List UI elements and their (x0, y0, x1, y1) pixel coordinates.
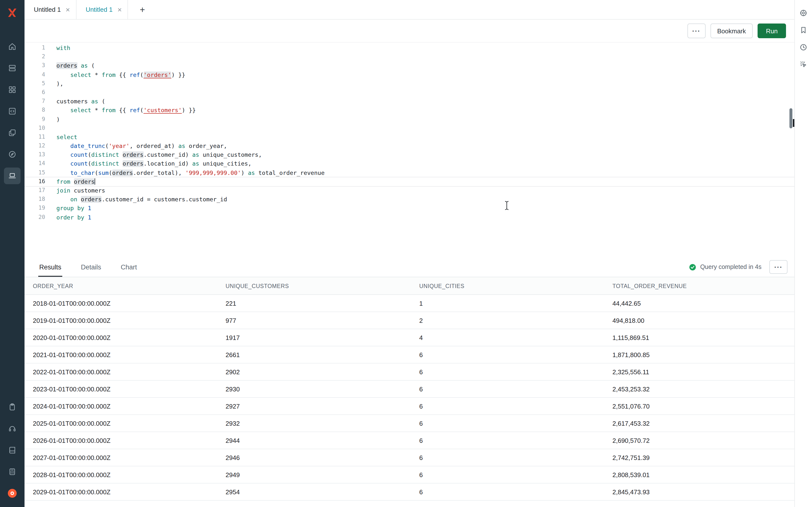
code-token: 'customers' (143, 107, 182, 114)
code-token: count (70, 160, 88, 167)
table-row[interactable]: 2026-01-01T00:00:00.000Z294462,690,570.7… (24, 432, 794, 449)
results-tab-results[interactable]: Results (38, 257, 62, 277)
code-token: order by (56, 214, 84, 221)
table-row[interactable]: 2028-01-01T00:00:00.000Z294962,808,539.0… (24, 466, 794, 484)
column-header-unique_customers[interactable]: UNIQUE_CUSTOMERS (225, 283, 419, 289)
results-more-button[interactable]: ··· (769, 260, 788, 274)
right-sidebar-item-history[interactable] (798, 41, 809, 53)
results-tab-details[interactable]: Details (80, 257, 102, 277)
org-avatar-icon (6, 488, 18, 499)
code-token: from (56, 178, 70, 185)
code-line[interactable]: 3orders as ( (24, 61, 794, 70)
table-row[interactable]: 2030-01-01T00:00:00.000Z287961,841,049.3… (24, 501, 794, 507)
sidebar-item-docs[interactable] (4, 442, 20, 458)
code-line[interactable]: 2 (24, 52, 794, 61)
cell-unique_customers: 2879 (225, 505, 419, 507)
code-line[interactable]: 5), (24, 79, 794, 88)
results-tab-chart[interactable]: Chart (120, 257, 138, 277)
sidebar-bottom-group (4, 399, 20, 502)
cell-order_year: 2026-01-01T00:00:00.000Z (33, 437, 225, 444)
bookmark-button[interactable]: Bookmark (710, 23, 753, 38)
editor-tab-1[interactable]: Untitled 1× (24, 0, 76, 19)
column-header-unique_cities[interactable]: UNIQUE_CITIES (419, 283, 612, 289)
code-line[interactable]: 11select (24, 133, 794, 142)
sidebar-item-warehouse[interactable] (4, 60, 20, 76)
stack-icon (8, 64, 17, 72)
sidebar-item-windows[interactable] (4, 124, 20, 141)
code-token: select (70, 107, 91, 114)
code-line[interactable]: 19group by 1 (24, 204, 794, 213)
code-line[interactable]: 18 on orders.customer_id = customers.cus… (24, 195, 794, 204)
code-text: ), (56, 79, 63, 88)
code-token (98, 107, 102, 114)
code-token: as (248, 169, 255, 176)
editor-tabbar: Untitled 1×Untitled 1× + (24, 0, 794, 19)
sidebar-item-explore[interactable] (4, 146, 20, 163)
sql-editor[interactable]: 1with23orders as (4 select * from {{ ref… (24, 43, 794, 257)
code-token: from (102, 71, 116, 78)
code-line[interactable]: 10 (24, 124, 794, 132)
close-icon[interactable]: × (117, 6, 122, 13)
right-sidebar-item-interact[interactable] (798, 58, 809, 70)
table-row[interactable]: 2029-01-01T00:00:00.000Z295462,845,473.9… (24, 484, 794, 501)
sidebar-item-org-avatar[interactable] (4, 485, 20, 502)
code-token: * (95, 71, 98, 78)
code-token: on (70, 196, 77, 203)
right-sidebar-item-copilot[interactable] (798, 7, 809, 19)
tabs-container: Untitled 1×Untitled 1× (24, 0, 128, 19)
close-icon[interactable]: × (66, 6, 70, 13)
code-token: count (70, 152, 88, 159)
column-header-total_order_revenue[interactable]: TOTAL_ORDER_REVENUE (612, 283, 794, 289)
cell-total_order_revenue: 2,808,539.01 (612, 471, 794, 478)
code-line[interactable]: 8 select * from {{ ref('customers') }} (24, 106, 794, 115)
table-row[interactable]: 2018-01-01T00:00:00.000Z221144,442.65 (24, 295, 794, 312)
run-button[interactable]: Run (758, 23, 786, 38)
bookmark-icon (799, 26, 808, 34)
code-line[interactable]: 20order by 1 (24, 213, 794, 222)
table-row[interactable]: 2020-01-01T00:00:00.000Z191741,115,869.5… (24, 329, 794, 346)
editor-more-button[interactable]: ··· (687, 23, 705, 38)
code-line[interactable]: 7customers as ( (24, 97, 794, 106)
code-line[interactable]: 6 (24, 88, 794, 97)
code-token: ) (171, 71, 175, 78)
scrollbar-thumb[interactable] (790, 108, 793, 128)
code-line[interactable]: 4 select * from {{ ref('orders') }} (24, 70, 794, 79)
editor-tab-2[interactable]: Untitled 1× (76, 0, 128, 19)
code-line[interactable]: 13 count(distinct orders.customer_id) as… (24, 151, 794, 160)
sidebar-item-calculator[interactable] (4, 463, 20, 480)
code-line[interactable]: 14 count(distinct orders.location_id) as… (24, 160, 794, 168)
code-token (119, 152, 122, 159)
sidebar-item-apps[interactable] (4, 81, 20, 98)
code-line[interactable]: 1with (24, 44, 794, 52)
code-token: distinct (91, 160, 119, 167)
sidebar-item-workbench[interactable] (4, 168, 20, 184)
table-row[interactable]: 2023-01-01T00:00:00.000Z293062,453,253.3… (24, 381, 794, 398)
code-line[interactable]: 9) (24, 115, 794, 124)
table-row[interactable]: 2025-01-01T00:00:00.000Z293262,617,453.3… (24, 415, 794, 432)
table-row[interactable]: 2024-01-01T00:00:00.000Z292762,551,076.7… (24, 398, 794, 415)
sidebar-item-notes[interactable] (4, 399, 20, 415)
cell-total_order_revenue: 1,841,049.32 (612, 505, 794, 507)
table-row[interactable]: 2021-01-01T00:00:00.000Z266161,871,800.8… (24, 346, 794, 363)
new-tab-button[interactable]: + (136, 3, 149, 16)
code-line[interactable]: 16from orders (24, 177, 794, 186)
column-header-order_year[interactable]: ORDER_YEAR (33, 283, 225, 289)
sidebar-item-support[interactable] (4, 420, 20, 437)
line-number: 10 (24, 124, 45, 132)
code-line[interactable]: 15 to_char(sum(orders.order_total), '999… (24, 168, 794, 177)
code-line[interactable]: 12 date_trunc('year', ordered_at) as ord… (24, 142, 794, 150)
code-token: date_trunc (70, 143, 105, 150)
paradime-logo-icon (6, 7, 18, 19)
code-line[interactable]: 17join customers (24, 186, 794, 195)
home-icon (8, 42, 17, 51)
table-row[interactable]: 2027-01-01T00:00:00.000Z294662,742,751.3… (24, 449, 794, 466)
right-sidebar-item-bookmarks[interactable] (798, 24, 809, 36)
code-token: {{ (116, 71, 130, 78)
sidebar-item-home[interactable] (4, 38, 20, 55)
table-row[interactable]: 2022-01-01T00:00:00.000Z290262,325,556.1… (24, 363, 794, 381)
sidebar-item-code-editor[interactable] (4, 103, 20, 119)
code-token: 'year' (109, 143, 130, 150)
code-token: as (178, 143, 185, 150)
table-row[interactable]: 2019-01-01T00:00:00.000Z9772494,818.00 (24, 312, 794, 329)
code-text: select * from {{ ref('orders') }} (56, 70, 185, 79)
